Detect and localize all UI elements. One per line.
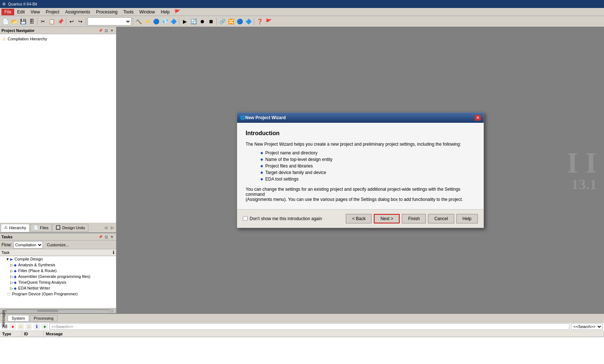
menu-edit[interactable]: Edit bbox=[14, 9, 28, 15]
menu-file[interactable]: File bbox=[1, 9, 14, 15]
nav-pin-btn[interactable]: 📌 bbox=[98, 28, 103, 33]
dialog-overlay: 🌐 New Project Wizard ✕ Introduction The … bbox=[116, 27, 604, 313]
task-label-timequest: TimeQuest Timing Analysis bbox=[18, 280, 66, 284]
nav-float-btn[interactable]: ◫ bbox=[104, 28, 109, 33]
message-search-input[interactable] bbox=[49, 323, 569, 330]
task-compile-design[interactable]: ▼ ▶ Compile Design bbox=[0, 256, 116, 262]
tab-processing[interactable]: Processing bbox=[30, 315, 57, 321]
menu-bar: File Edit View Project Assignments Proce… bbox=[0, 8, 604, 16]
toolbar-btn8[interactable]: ⏺ bbox=[198, 17, 206, 25]
toolbar-paste[interactable]: 📌 bbox=[56, 17, 64, 25]
new-project-wizard-dialog: 🌐 New Project Wizard ✕ Introduction The … bbox=[237, 112, 484, 228]
messages-area: All ● ⚠ ⚠ ℹ ● <<Search>> Type ID Message bbox=[0, 323, 604, 364]
msg-col-message: Message bbox=[44, 331, 604, 337]
tasks-title: Tasks bbox=[1, 235, 12, 239]
menu-project[interactable]: Project bbox=[43, 9, 62, 15]
task-arrow-timequest: ▷ bbox=[10, 280, 13, 284]
tab-hierarchy[interactable]: ⚠ Hierarchy bbox=[1, 224, 29, 232]
toolbar-btn3[interactable]: 🔵 bbox=[152, 17, 160, 25]
toolbar-btn10[interactable]: 🔗 bbox=[218, 17, 226, 25]
task-fitter[interactable]: ▷ ◆ Fitter (Place & Route) bbox=[0, 268, 116, 274]
tab-hierarchy-label: Hierarchy bbox=[9, 226, 26, 230]
tab-system[interactable]: System bbox=[8, 315, 29, 321]
menu-processing[interactable]: Processing bbox=[93, 9, 120, 15]
menu-tools[interactable]: Tools bbox=[120, 9, 136, 15]
help-button[interactable]: Help bbox=[456, 214, 478, 223]
tasks-info-icon: ℹ bbox=[113, 250, 115, 255]
task-timequest[interactable]: ▷ ◆ TimeQuest Timing Analysis bbox=[0, 279, 116, 285]
msg-filter-warning[interactable]: ⚠ bbox=[25, 323, 32, 330]
toolbar-copy[interactable]: 📋 bbox=[48, 17, 56, 25]
menu-window[interactable]: Window bbox=[136, 9, 158, 15]
project-nav-title: Project Navigator bbox=[1, 28, 35, 33]
toolbar-stop[interactable]: ⏹ bbox=[207, 17, 215, 25]
tab-design-units[interactable]: 🔲 Design Units bbox=[52, 224, 88, 232]
toolbar-btn12[interactable]: 🔵 bbox=[236, 17, 244, 25]
toolbar-btn4[interactable]: 💎 bbox=[161, 17, 169, 25]
dialog-body: Introduction The New Project Wizard help… bbox=[237, 123, 484, 209]
tab-design-units-icon: 🔲 bbox=[56, 225, 61, 230]
toolbar-cut[interactable]: ✂ bbox=[39, 17, 47, 25]
bullet-5: ◆ EDA tool settings bbox=[260, 177, 475, 182]
finish-button[interactable]: Finish bbox=[402, 214, 426, 223]
toolbar-btn11[interactable]: 🔀 bbox=[227, 17, 235, 25]
compilation-hierarchy-item[interactable]: ⚠ Compilation Hierarchy bbox=[1, 36, 115, 42]
task-label-fitter: Fitter (Place & Route) bbox=[18, 268, 57, 273]
task-eda[interactable]: ▷ ◆ EDA Netlist Writer bbox=[0, 285, 116, 291]
tasks-pin-btn[interactable]: 📌 bbox=[98, 234, 103, 239]
tab-files[interactable]: 📄 Files bbox=[30, 224, 52, 232]
next-button[interactable]: Next > bbox=[374, 214, 400, 223]
msg-filter-debug[interactable]: ● bbox=[41, 323, 48, 330]
messages-table-header: Type ID Message bbox=[0, 331, 604, 337]
toolbar-open[interactable]: 📂 bbox=[10, 17, 18, 25]
toolbar-sep7 bbox=[254, 18, 254, 25]
toolbar-compile[interactable]: ▶ bbox=[181, 17, 189, 25]
toolbar-help[interactable]: ❓ bbox=[256, 17, 264, 25]
tasks-col-header: Task bbox=[1, 250, 113, 255]
msg-filter-critical[interactable]: ⚠ bbox=[17, 323, 24, 330]
toolbar-save[interactable]: 💾 bbox=[19, 17, 27, 25]
nav-back-btn[interactable]: ◁ bbox=[103, 225, 109, 231]
toolbar-new[interactable]: 📄 bbox=[1, 17, 9, 25]
msg-filter-error[interactable]: ● bbox=[9, 323, 16, 330]
task-analysis[interactable]: ▷ ◆ Analysis & Synthesis bbox=[0, 262, 116, 268]
tasks-close-btn[interactable]: ✕ bbox=[109, 234, 115, 239]
scroll-track[interactable] bbox=[6, 310, 110, 312]
nav-forward-btn[interactable]: ▷ bbox=[109, 225, 115, 231]
toolbar-flag[interactable]: 🚩 bbox=[264, 17, 272, 25]
bullet-text-1: Project name and directory bbox=[265, 150, 317, 155]
menu-assignments[interactable]: Assignments bbox=[62, 9, 93, 15]
menu-help[interactable]: Help bbox=[158, 9, 173, 15]
toolbar-undo[interactable]: ↩ bbox=[68, 17, 76, 25]
dialog-bullet-list: ◆ Project name and directory ◆ Name of t… bbox=[260, 150, 475, 182]
task-icon-compile: ▶ bbox=[10, 257, 13, 261]
tasks-float-btn[interactable]: ◫ bbox=[104, 234, 109, 239]
toolbar-dropdown[interactable] bbox=[88, 17, 131, 25]
task-assembler[interactable]: ▷ ◆ Assembler (Generate programming file… bbox=[0, 274, 116, 279]
dialog-close-button[interactable]: ✕ bbox=[475, 115, 481, 121]
cancel-button[interactable]: Cancel bbox=[428, 214, 454, 223]
dialog-note2: (Assignments menu). You can use the vari… bbox=[246, 197, 475, 202]
task-program[interactable]: ⬡ Program Device (Open Programmer) bbox=[0, 291, 116, 297]
toolbar-btn7[interactable]: 🔄 bbox=[189, 17, 197, 25]
scroll-right-arrow[interactable]: ▷ bbox=[110, 309, 115, 313]
bullet-2: ◆ Name of the top-level design entity bbox=[260, 157, 475, 162]
dont-show-checkbox[interactable] bbox=[243, 216, 248, 221]
customize-btn[interactable]: Customize... bbox=[44, 241, 72, 249]
back-button[interactable]: < Back bbox=[346, 214, 372, 223]
toolbar-btn13[interactable]: 🔷 bbox=[244, 17, 252, 25]
toolbar-btn2[interactable]: ⚡ bbox=[143, 17, 151, 25]
tab-design-units-label: Design Units bbox=[62, 226, 85, 230]
message-search-dropdown[interactable]: <<Search>> bbox=[571, 323, 603, 330]
toolbar-btn5[interactable]: 🔷 bbox=[169, 17, 177, 25]
project-nav-content: ⚠ Compilation Hierarchy bbox=[0, 34, 116, 223]
flow-select[interactable]: Compilation bbox=[13, 241, 43, 248]
nav-close-btn[interactable]: ✕ bbox=[109, 28, 115, 33]
bullet-1: ◆ Project name and directory bbox=[260, 150, 475, 155]
task-label-compile: Compile Design bbox=[15, 257, 43, 261]
menu-view[interactable]: View bbox=[28, 9, 43, 15]
toolbar-saveall[interactable]: 🗄 bbox=[28, 17, 36, 25]
toolbar-start[interactable]: 🔨 bbox=[135, 17, 143, 25]
toolbar-redo[interactable]: ↪ bbox=[76, 17, 84, 25]
msg-filter-info[interactable]: ℹ bbox=[33, 323, 40, 330]
